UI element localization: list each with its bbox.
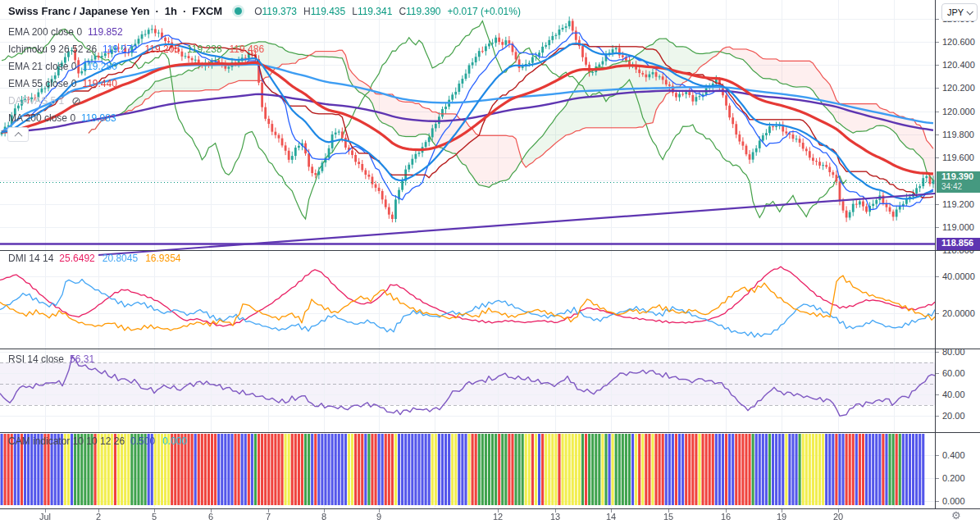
price-axis-label: 20.0000: [942, 308, 975, 318]
legend-row-ma200[interactable]: MA 200 close 0 119.983: [8, 112, 124, 125]
ohlc-letter: H: [303, 6, 311, 17]
price-axis-label: 40.00: [942, 390, 965, 399]
axis-tick: [936, 478, 939, 479]
indicator-label: EMA 200 close 0: [8, 26, 82, 38]
axis-tick: [936, 394, 939, 395]
time-axis-label: 9: [376, 512, 381, 522]
indicator-label: EMA 21 close 0: [8, 61, 76, 72]
axis-tick: [936, 276, 939, 277]
price-axis-label: 119.000: [942, 222, 974, 232]
open-value: 119.373: [262, 6, 298, 17]
low-value: 119.341: [358, 6, 393, 17]
eye-off-icon[interactable]: ⊘: [71, 97, 81, 105]
price-axis-label: 0.000: [942, 496, 965, 506]
indicator-value: 25.6492: [59, 253, 94, 264]
axis-tick: [936, 88, 939, 89]
time-axis-label: 13: [550, 512, 560, 522]
time-axis-label: 7: [266, 512, 271, 522]
time-axis-label: 14: [606, 512, 616, 522]
currency-scale-button[interactable]: JPY: [941, 3, 978, 21]
chevron-up-icon: [14, 131, 22, 139]
axis-tick: [936, 352, 939, 353]
legend-row-darvas[interactable]: DARVAS 5 1 ⊘: [8, 94, 81, 107]
price-axis-label: 119.800: [942, 130, 974, 139]
last-price-value: 119.390: [941, 171, 980, 182]
exchange-label[interactable]: FXCM: [192, 5, 222, 17]
indicator-label: Ichimoku 9 26 52 26: [8, 43, 97, 55]
pane-separator[interactable]: [0, 349, 980, 349]
level-price-value: 118.856: [941, 238, 980, 248]
ohlc-values: O119.373 H119.435 L119.341 C119.390 +0.0…: [254, 6, 521, 17]
time-axis-label: Jul: [39, 512, 51, 522]
market-status-icon[interactable]: [235, 7, 242, 15]
axis-tick: [936, 373, 939, 374]
price-axis-label: 0.400: [942, 450, 965, 460]
axis-tick: [936, 204, 939, 205]
time-axis-label: 6: [208, 512, 213, 522]
price-axis-label: 20.00: [942, 411, 965, 421]
scales-settings-gear-icon[interactable]: ⚙: [951, 509, 961, 522]
level-price-badge: 118.856: [937, 238, 980, 250]
indicator-value: 119.238: [187, 43, 222, 55]
time-axis-label: 5: [152, 512, 157, 522]
legend-row-ema55[interactable]: EMA 55 close 0 119.440: [8, 77, 125, 90]
legend-row-dmi[interactable]: DMI 14 14 25.6492 20.8045 16.9354: [8, 252, 189, 265]
title-separator: ·: [183, 5, 186, 17]
time-axis-label: 2: [96, 512, 101, 522]
axis-tick: [936, 19, 939, 20]
indicator-value: 119.280: [82, 61, 117, 72]
legend-row-ichimoku[interactable]: Ichimoku 9 26 52 26 119.272 119.205 119.…: [8, 43, 271, 56]
ohlc-letter: L: [352, 6, 358, 17]
collapse-legend-button[interactable]: [7, 127, 29, 142]
axis-tick: [936, 134, 939, 135]
indicator-label: CAM indicator 10 10 12 26: [8, 435, 125, 447]
close-value: 119.390: [406, 6, 441, 17]
bar-countdown: 34:42: [941, 182, 980, 192]
high-value: 119.435: [311, 6, 346, 17]
legend-row-rsi[interactable]: RSI 14 close 56.31: [8, 353, 102, 366]
indicator-value: 16.9354: [145, 253, 180, 264]
indicator-value: 119.440: [82, 78, 117, 89]
time-axis-label: 20: [833, 512, 843, 522]
axis-tick: [936, 501, 939, 502]
price-axis-label: 120.400: [942, 60, 975, 70]
indicator-value: 119.486: [230, 43, 265, 55]
time-axis-label: 12: [493, 512, 503, 522]
axis-tick: [936, 227, 939, 228]
price-axis-label: 120.000: [942, 107, 975, 116]
interval-label[interactable]: 1h: [165, 5, 177, 17]
symbol-header: Swiss Franc / Japanese Yen · 1h · FXCM O…: [8, 5, 521, 17]
time-axis[interactable]: Jul25678912131415161920: [0, 508, 980, 524]
indicator-label: DMI 14 14: [8, 253, 53, 264]
indicator-value: 119.205: [145, 43, 180, 55]
ohlc-letter: C: [399, 6, 406, 17]
axis-tick: [936, 112, 939, 112]
indicator-value: 20.8045: [103, 253, 138, 264]
indicator-value: 119.852: [88, 26, 123, 38]
price-axis-label: 60.00: [942, 368, 965, 378]
chevron-down-icon: [967, 8, 973, 15]
pane-separator[interactable]: [0, 250, 980, 251]
axis-tick: [936, 42, 939, 43]
time-axis-label: 8: [321, 512, 326, 522]
indicator-label: EMA 55 close 0: [8, 78, 76, 89]
last-price-badge: 119.390 34:42: [937, 171, 980, 193]
axis-tick: [936, 65, 939, 66]
indicator-value: 119.983: [81, 112, 116, 124]
price-chart-canvas[interactable]: [0, 0, 935, 250]
rsi-pane-canvas[interactable]: [0, 349, 935, 432]
indicator-label: DARVAS 5 1: [8, 95, 64, 107]
dmi-pane-canvas[interactable]: [0, 251, 935, 349]
symbol-title[interactable]: Swiss Franc / Japanese Yen: [8, 5, 149, 17]
currency-label: JPY: [947, 7, 964, 17]
legend-row-ema21[interactable]: EMA 21 close 0 119.280: [8, 60, 125, 73]
time-axis-label: 16: [721, 512, 731, 522]
price-axis-label: 120.600: [942, 37, 975, 47]
chart-window: Swiss Franc / Japanese Yen · 1h · FXCM O…: [0, 0, 980, 524]
price-axis-label: 119.600: [942, 153, 974, 162]
indicator-value: 56.31: [70, 353, 94, 365]
pane-separator[interactable]: [0, 432, 980, 433]
legend-row-ema200[interactable]: EMA 200 close 0 119.852: [8, 25, 130, 39]
indicator-label: RSI 14 close: [8, 353, 64, 365]
legend-row-cam[interactable]: CAM indicator 10 10 12 26 0.500 0.000: [8, 435, 194, 448]
